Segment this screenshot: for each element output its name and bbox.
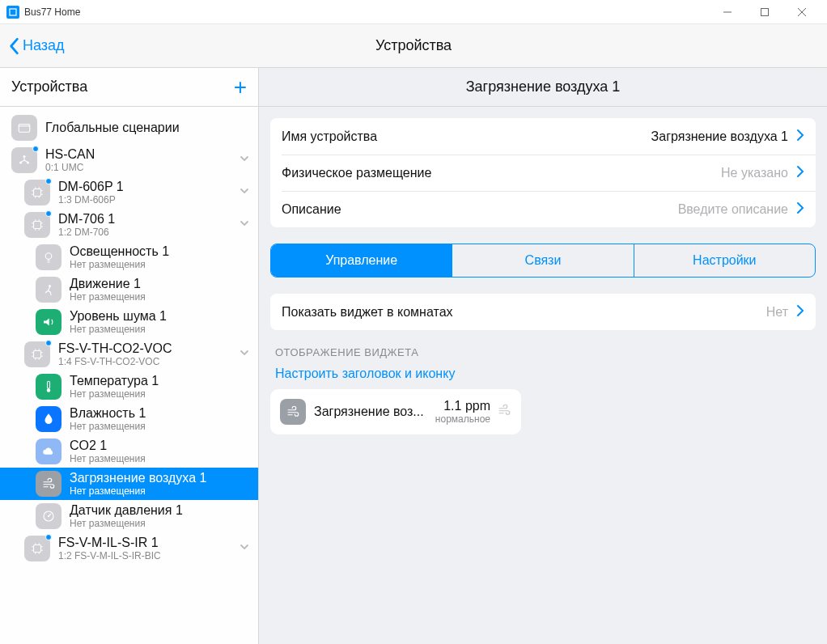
tab-control[interactable]: Управление <box>271 244 452 277</box>
tree-item-air-pollution[interactable]: Загрязнение воздуха 1Нет размещения <box>0 468 258 500</box>
maximize-button[interactable] <box>746 0 783 24</box>
chevron-down-icon <box>239 347 250 362</box>
chip-icon <box>24 536 50 561</box>
motion-icon <box>36 277 61 303</box>
svg-rect-14 <box>48 381 50 388</box>
field-label: Описание <box>282 202 341 217</box>
tree-item-motion[interactable]: Движение 1Нет размещения <box>0 273 258 306</box>
back-button[interactable]: Назад <box>8 37 65 55</box>
detail-header: Загрязнение воздуха 1 <box>259 68 827 107</box>
widget-value: 1.1 ppm <box>435 399 490 413</box>
tree-item-label: Освещенность 1 <box>70 244 169 259</box>
chevron-right-icon <box>796 201 804 218</box>
field-placeholder: Введите описание <box>678 202 788 217</box>
device-description-row[interactable]: Описание Введите описание <box>282 191 816 227</box>
chevron-down-icon <box>239 153 250 167</box>
page-title: Устройства <box>375 37 452 54</box>
device-placement-row[interactable]: Физическое размещение Не указано <box>282 155 816 191</box>
bulb-icon <box>36 244 61 270</box>
tree-item-label: DM-706 1 <box>58 212 115 227</box>
tree-item-sub: Нет размещения <box>70 324 167 335</box>
close-button[interactable] <box>783 0 821 24</box>
status-dot-icon <box>45 340 52 346</box>
widget-title: Загрязнение воз... <box>314 405 424 419</box>
tree-item-label: Датчик давления 1 <box>70 503 183 518</box>
minimize-button[interactable] <box>709 0 746 24</box>
tab-label: Управление <box>325 253 397 268</box>
chevron-down-icon <box>239 185 250 200</box>
status-dot-icon <box>45 534 52 540</box>
tree-item-fsvmilsir[interactable]: FS-V-M-IL-S-IR 11:2 FS-V-M-IL-S-IR-BIC <box>0 532 258 565</box>
svg-point-15 <box>47 388 51 392</box>
tree-item-sub: Нет размещения <box>70 388 159 400</box>
device-properties-card: Имя устройства Загрязнение воздуха 1 Физ… <box>270 118 816 227</box>
top-nav: Назад Устройства <box>0 24 827 68</box>
tree-item-co2[interactable]: CO2 1Нет размещения <box>0 435 258 468</box>
chevron-right-icon <box>796 304 804 320</box>
tab-label: Настройки <box>693 253 756 268</box>
tree-item-label: Глобальные сценарии <box>45 121 180 135</box>
add-device-button[interactable]: + <box>234 76 247 99</box>
tree-item-sub: Нет размещения <box>70 485 206 497</box>
tree-item-label: Загрязнение воздуха 1 <box>70 471 206 485</box>
field-value: Загрязнение воздуха 1 <box>651 129 788 144</box>
tree-item-sub: 0:1 UMC <box>45 162 95 173</box>
tree-item-sub: Нет размещения <box>70 259 169 270</box>
tree-item-label: Движение 1 <box>70 277 146 291</box>
svg-rect-10 <box>34 222 41 229</box>
field-label: Показать виджет в комнатах <box>282 305 453 320</box>
tree-item-dm606p[interactable]: DM-606P 11:3 DM-606P <box>0 176 258 209</box>
detail-panel: Загрязнение воздуха 1 Имя устройства Заг… <box>259 68 827 644</box>
tree-item-label: CO2 1 <box>70 439 146 453</box>
field-placeholder: Не указано <box>721 166 788 180</box>
tab-links[interactable]: Связи <box>452 244 633 277</box>
device-list-panel: Устройства + Глобальные сценарии HS-CAN0… <box>0 68 259 644</box>
tree-item-global-scenarios[interactable]: Глобальные сценарии <box>0 112 258 144</box>
tree-item-label: DM-606P 1 <box>58 180 124 194</box>
chevron-right-icon <box>796 129 804 145</box>
svg-point-6 <box>23 155 26 158</box>
tree-item-label: FS-V-M-IL-S-IR 1 <box>58 536 161 550</box>
tree-item-pressure[interactable]: Датчик давления 1Нет размещения <box>0 500 258 532</box>
chip-icon <box>24 341 50 367</box>
tree-item-sub: 1:3 DM-606P <box>58 194 124 205</box>
gauge-icon <box>36 503 61 529</box>
svg-point-11 <box>45 253 52 260</box>
wind-icon <box>36 471 61 497</box>
tree-item-label: Влажность 1 <box>70 406 146 421</box>
tree-item-sub: 1:2 DM-706 <box>58 227 115 238</box>
chevron-left-icon <box>8 37 19 55</box>
titlebar: Bus77 Home <box>0 0 827 24</box>
tree-item-hs-can[interactable]: HS-CAN0:1 UMC <box>0 144 258 176</box>
device-tree: Глобальные сценарии HS-CAN0:1 UMC DM-606… <box>0 107 258 644</box>
tree-item-luminosity[interactable]: Освещенность 1Нет размещения <box>0 241 258 273</box>
tree-item-fsvthco2voc[interactable]: FS-V-TH-CO2-VOC1:4 FS-V-TH-CO2-VOC <box>0 338 258 371</box>
tab-settings[interactable]: Настройки <box>634 244 815 277</box>
device-list-title: Устройства <box>11 78 87 95</box>
configure-widget-link[interactable]: Настроить заголовок и иконку <box>275 366 816 381</box>
show-widget-row[interactable]: Показать виджет в комнатах Нет <box>270 294 816 330</box>
svg-rect-0 <box>10 9 16 15</box>
sound-icon <box>36 309 61 335</box>
svg-rect-18 <box>34 545 41 553</box>
tab-label: Связи <box>525 253 562 268</box>
field-label: Имя устройства <box>282 129 377 144</box>
tree-item-noise[interactable]: Уровень шума 1Нет размещения <box>0 306 258 338</box>
wind-icon <box>497 403 511 421</box>
tree-item-sub: Нет размещения <box>70 453 146 464</box>
tree-item-humidity[interactable]: Влажность 1Нет размещения <box>0 403 258 435</box>
show-widget-card: Показать виджет в комнатах Нет <box>270 294 816 330</box>
status-dot-icon <box>32 146 39 152</box>
svg-rect-2 <box>761 8 769 15</box>
field-label: Физическое размещение <box>282 166 431 180</box>
field-value: Нет <box>766 305 788 320</box>
hub-icon <box>11 147 37 173</box>
tree-item-label: Температура 1 <box>70 374 159 388</box>
tree-item-label: Уровень шума 1 <box>70 309 167 324</box>
tree-item-temperature[interactable]: Температура 1Нет размещения <box>0 371 258 403</box>
window-title: Bus77 Home <box>24 6 80 18</box>
app-icon <box>6 6 19 19</box>
tree-item-dm706[interactable]: DM-706 11:2 DM-706 <box>0 209 258 241</box>
folder-icon <box>11 115 37 141</box>
device-name-row[interactable]: Имя устройства Загрязнение воздуха 1 <box>270 118 816 155</box>
